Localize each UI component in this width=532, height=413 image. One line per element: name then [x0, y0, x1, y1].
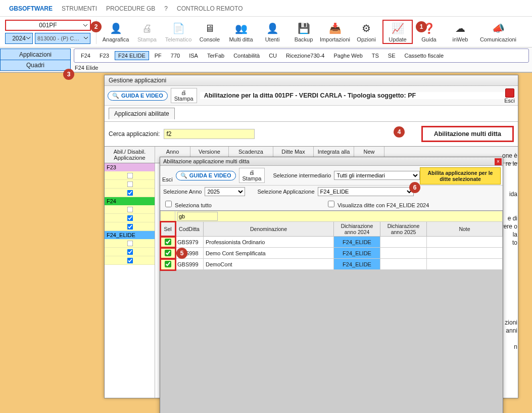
comunicazioni-button[interactable]: 📣Comunicazioni	[476, 20, 520, 44]
client-select[interactable]: 813000 - (P) C…	[35, 33, 90, 44]
app-checkbox-row[interactable]	[105, 189, 155, 197]
abilitazione-multi-ditta-button[interactable]: Abilitazione multi ditta	[421, 126, 514, 142]
backup-button[interactable]: 💾Backup	[288, 20, 319, 44]
menu-procedure[interactable]: PROCEDURE GB	[106, 5, 155, 12]
applicazione-select[interactable]: F24_ELIDE	[318, 187, 414, 196]
tab-cu[interactable]: CU	[265, 51, 280, 60]
tab-cassetto-fiscale[interactable]: Cassetto fiscale	[401, 51, 448, 60]
anno-select[interactable]: 2025	[205, 187, 245, 196]
app-checkbox-row[interactable]	[105, 214, 155, 222]
app-group-f23: F23	[105, 163, 155, 171]
update-button[interactable]: 📈Update	[382, 20, 413, 44]
tab-paghe-web[interactable]: Paghe Web	[330, 51, 366, 60]
table-row[interactable]: GBS998Demo Cont SemplificataF24_ELIDE	[161, 248, 503, 259]
seleziona-tutto-checkbox[interactable]: Seleziona tutto	[163, 199, 212, 209]
opzioni-button[interactable]: ⚙Opzioni	[351, 20, 381, 44]
tab-terfab[interactable]: TerFab	[204, 51, 228, 60]
tab-770[interactable]: 770	[167, 51, 183, 60]
app-checkbox-row[interactable]	[105, 222, 155, 231]
chevron-down-icon	[83, 35, 88, 41]
year-select[interactable]: 2024	[5, 33, 33, 44]
menu-strumenti[interactable]: STRUMENTI	[62, 5, 97, 12]
printer-icon: 🖨	[181, 89, 186, 96]
dlg-interm-label: Selezione intermediario	[273, 172, 331, 178]
den-cell: Demo Cont Semplificata	[204, 248, 334, 259]
badge-2: 2	[90, 21, 102, 32]
comunicazioni-icon: 📣	[491, 21, 505, 35]
tab-isa[interactable]: ISA	[185, 51, 202, 60]
grid-header-col: Abil./ Disabil. Applicazione	[105, 147, 155, 163]
stampa-button[interactable]: 🖨Stampa	[132, 20, 162, 44]
visualizza-ditte-checkbox[interactable]: Visualizza ditte con F24_ELIDE 2024	[326, 199, 429, 209]
tab-contabilità[interactable]: Contabilità	[230, 51, 263, 60]
subwin-toolbar: 🔍 GUIDA E VIDEO 🖨 Stampa Abilitazione pe…	[105, 86, 518, 106]
tabstrip-row: Applicazioni Quadri F24F23F24 ELIDEPF770…	[0, 48, 532, 72]
menubar: GBSOFTWARE STRUMENTI PROCEDURE GB ? CONT…	[0, 0, 532, 17]
intermediario-select[interactable]: Tutti gli intermediari	[334, 171, 420, 180]
menu-controllo-remoto[interactable]: CONTROLLO REMOTO	[177, 5, 243, 12]
console-button[interactable]: 🖥Console	[195, 20, 225, 44]
close-icon[interactable]: ×	[495, 158, 502, 165]
menu-gbsoftware[interactable]: GBSOFTWARE	[9, 5, 53, 12]
table-row[interactable]: GBS999DemoContF24_ELIDE	[161, 259, 503, 270]
sel-cell[interactable]	[161, 248, 175, 259]
app-checkbox-row[interactable]	[105, 171, 155, 180]
s-button[interactable]: S	[521, 20, 532, 44]
note-cell	[427, 259, 503, 270]
importazioni-button[interactable]: 📥Importazioni	[320, 20, 350, 44]
esci-button[interactable]: Esci	[504, 88, 515, 104]
tab-ricezione730-4[interactable]: Ricezione730-4	[282, 51, 328, 60]
tab-se[interactable]: SE	[384, 51, 399, 60]
multiditta-button[interactable]: 👥Multi ditta	[226, 20, 256, 44]
app-checkbox-row[interactable]	[105, 256, 155, 265]
subwin-header: Abilitazione per la ditta 001PF - VERDI …	[200, 92, 515, 99]
dlg-guida-button[interactable]: 🔍 GUIDA E VIDEO	[176, 171, 236, 180]
utenti-icon: 👤	[265, 21, 279, 35]
subline: F24 Elide	[71, 64, 532, 72]
quadri-button[interactable]: Quadri	[0, 60, 71, 71]
menu-help[interactable]: ?	[164, 5, 168, 12]
sel-cell[interactable]	[161, 237, 175, 248]
table-row[interactable]: GBS979Professionista OrdinarioF24_ELIDE	[161, 237, 503, 248]
guida-video-button[interactable]: 🔍 GUIDA E VIDEO	[108, 91, 168, 101]
tab-f24[interactable]: F24	[77, 51, 94, 60]
power-icon[interactable]	[163, 168, 171, 176]
den-cell: DemoCont	[204, 259, 334, 270]
tab-f24-elide[interactable]: F24 ELIDE	[115, 51, 149, 60]
client-select-value: 813000 - (P) C…	[37, 35, 79, 41]
app-checkbox-row[interactable]	[105, 248, 155, 256]
badge-6: 6	[409, 182, 420, 193]
d25-cell	[380, 248, 427, 259]
anagrafica-button[interactable]: 👤Anagrafica	[101, 20, 131, 44]
tab-applicazioni-abilitate[interactable]: Applicazioni abilitate	[109, 108, 175, 119]
app-checkbox-row[interactable]	[105, 180, 155, 189]
tab-ts[interactable]: TS	[368, 51, 382, 60]
d25-cell	[380, 259, 427, 270]
main-window: GBSOFTWARE STRUMENTI PROCEDURE GB ? CONT…	[0, 0, 532, 73]
app-checkbox-row[interactable]	[105, 205, 155, 214]
d24-cell: F24_ELIDE	[334, 248, 380, 259]
dlg-title: Abilitazione applicazione multi ditta ×	[160, 157, 503, 166]
app-checkbox-row[interactable]	[105, 239, 155, 248]
anagrafica-icon: 👤	[109, 21, 123, 35]
filter-input[interactable]	[177, 212, 218, 221]
sel-cell[interactable]	[161, 259, 175, 270]
tab-pf[interactable]: PF	[151, 51, 165, 60]
abilita-ditte-button[interactable]: Abilita applicazione per le ditte selezi…	[420, 167, 501, 185]
dlg-stampa-button[interactable]: 🖨 Stampa	[239, 168, 265, 183]
stampa-icon: 🖨	[140, 21, 154, 35]
ditta-select[interactable]: 001PF	[5, 20, 91, 31]
dlg-table: Sel CodDitta Denominazione Dichiarazione…	[160, 210, 503, 270]
inweb-button[interactable]: ☁inWeb	[445, 20, 475, 44]
badge-4: 4	[394, 126, 405, 137]
stampa-button[interactable]: 🖨 Stampa	[171, 88, 197, 103]
search-input[interactable]	[164, 129, 255, 139]
left-buttons: Applicazioni Quadri	[0, 49, 71, 71]
cod-cell: GBS979	[175, 237, 204, 248]
tab-f23[interactable]: F23	[96, 51, 113, 60]
telematico-button[interactable]: 📄Telematico	[163, 20, 194, 44]
utenti-button[interactable]: 👤Utenti	[257, 20, 287, 44]
den-cell: Professionista Ordinario	[204, 237, 334, 248]
magnifier-icon: 🔍	[180, 172, 187, 179]
applicazioni-button[interactable]: Applicazioni	[0, 49, 71, 60]
